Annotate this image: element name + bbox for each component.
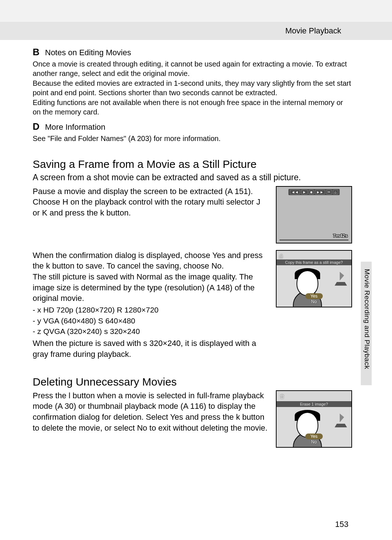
lcd-ctrl-cut[interactable]: ✂ bbox=[326, 190, 332, 194]
top-band bbox=[0, 0, 392, 22]
notes-body-2: See "File and Folder Names" (A 203) for … bbox=[33, 134, 352, 143]
lcd-ctrl-play[interactable]: ► bbox=[301, 190, 308, 194]
note-icon-b: B bbox=[33, 47, 41, 58]
saving-lead: A screen from a shot movie can be extrac… bbox=[33, 173, 352, 182]
saving-row-2: When the confirmation dialog is displaye… bbox=[33, 250, 352, 360]
deleting-heading: Deleting Unnecessary Movies bbox=[33, 376, 352, 388]
delete-prompt: Erase 1 image? bbox=[277, 401, 351, 407]
boat-sail-2 bbox=[340, 414, 344, 422]
saving-p1: Pause a movie and display the screen to … bbox=[33, 186, 269, 218]
page-content: B Notes on Editing Movies Once a movie i… bbox=[0, 40, 392, 448]
notes-body-1: Once a movie is created through editing,… bbox=[33, 59, 352, 117]
notes-title-2: More Information bbox=[45, 122, 105, 132]
notes-heading-2: D More Information bbox=[33, 121, 352, 132]
saving-heading: Saving a Frame from a Movie as a Still P… bbox=[33, 158, 352, 170]
copy-frame-icon: ⎙ bbox=[279, 253, 283, 259]
copy-no[interactable]: No bbox=[305, 299, 323, 304]
scene-illustration: Yes No bbox=[277, 265, 351, 307]
header-bar: Movie Playback bbox=[0, 22, 392, 40]
delete-no[interactable]: No bbox=[305, 439, 323, 444]
trash-icon: 🗑 bbox=[279, 393, 285, 399]
delete-yesno: Yes No bbox=[305, 434, 323, 445]
copy-prompt: Copy this frame as a still image? bbox=[277, 259, 351, 265]
lcd-time: 7m42s bbox=[333, 233, 348, 238]
header-title: Movie Playback bbox=[285, 26, 341, 36]
saving-row-1: Pause a movie and display the screen to … bbox=[33, 186, 352, 243]
delete-yes[interactable]: Yes bbox=[305, 434, 323, 439]
lcd-ctrl-ffwd[interactable]: ►► bbox=[315, 190, 325, 194]
lcd-playback-screen: ◄◄ ► ■ ►► ✂ ⌂ 7m42s bbox=[276, 186, 352, 243]
saving-bullets: - x HD 720p (1280×720) R 1280×720 - y VG… bbox=[33, 305, 269, 337]
note-icon-d: D bbox=[33, 121, 41, 132]
copy-yes[interactable]: Yes bbox=[305, 293, 323, 299]
person-face bbox=[297, 270, 318, 296]
deleting-row: Press the l button when a movie is selec… bbox=[33, 390, 352, 448]
lcd-controls: ◄◄ ► ■ ►► ✂ ⌂ bbox=[289, 189, 340, 195]
page-number: 153 bbox=[335, 520, 348, 529]
boat-hull bbox=[335, 281, 347, 286]
scene-illustration-2: Yes No bbox=[277, 407, 351, 447]
saving-p2: When the confirmation dialog is displaye… bbox=[33, 250, 269, 304]
saving-p3: When the picture is saved with s 320×240… bbox=[33, 338, 269, 359]
side-section-label: Movie Recording and Playback bbox=[363, 269, 371, 369]
copy-yesno: Yes No bbox=[305, 293, 323, 305]
lcd-confirm-copy: ⎙ Copy this frame as a still image? Yes … bbox=[276, 250, 352, 307]
lcd-confirm-delete: 🗑 Erase 1 image? Yes No bbox=[276, 390, 352, 448]
notes-heading-1: B Notes on Editing Movies bbox=[33, 47, 352, 58]
notes-title-1: Notes on Editing Movies bbox=[45, 48, 131, 57]
boat-hull-2 bbox=[335, 422, 347, 427]
boat-sail bbox=[340, 272, 344, 281]
lcd-ctrl-frame[interactable]: ⌂ bbox=[333, 190, 338, 194]
lcd-ctrl-rewind[interactable]: ◄◄ bbox=[290, 190, 300, 194]
deleting-p1: Press the l button when a movie is selec… bbox=[33, 390, 269, 434]
lcd-ctrl-stop[interactable]: ■ bbox=[309, 190, 314, 194]
lcd-progress bbox=[279, 239, 348, 241]
saving-text-block: When the confirmation dialog is displaye… bbox=[33, 250, 269, 360]
